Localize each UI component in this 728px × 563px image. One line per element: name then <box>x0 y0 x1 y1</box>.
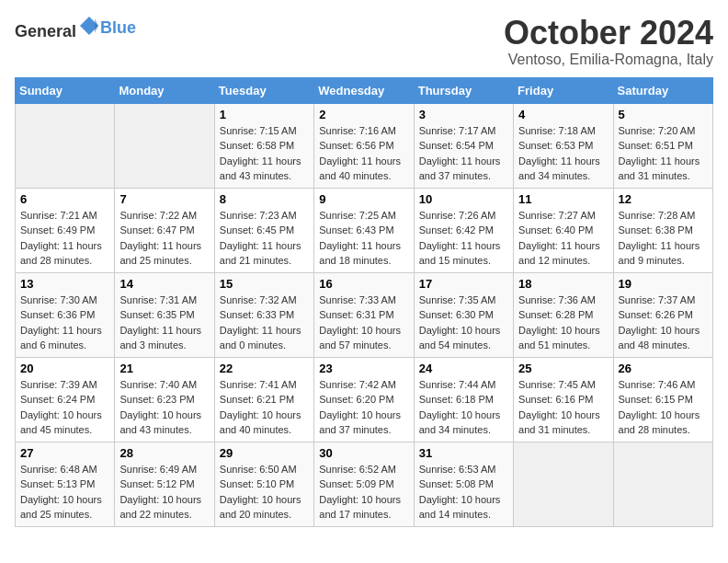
calendar-cell: 15Sunrise: 7:32 AMSunset: 6:33 PMDayligh… <box>214 272 313 357</box>
day-info: Sunrise: 7:39 AMSunset: 6:24 PMDaylight:… <box>20 377 109 438</box>
day-info: Sunrise: 7:40 AMSunset: 6:23 PMDaylight:… <box>119 377 209 438</box>
day-number: 6 <box>20 192 109 206</box>
day-number: 30 <box>319 446 408 460</box>
day-number: 5 <box>619 108 708 121</box>
calendar-cell <box>613 442 712 526</box>
title-block: October 2024 Ventoso, Emilia-Romagna, It… <box>504 15 713 68</box>
calendar-cell: 2Sunrise: 7:16 AMSunset: 6:56 PMDaylight… <box>314 103 414 188</box>
calendar-cell <box>16 103 115 188</box>
day-info: Sunrise: 7:27 AMSunset: 6:40 PMDaylight:… <box>518 208 608 269</box>
logo: General Blue <box>15 15 136 41</box>
calendar-week-4: 27Sunrise: 6:48 AMSunset: 5:13 PMDayligh… <box>16 442 713 526</box>
day-number: 3 <box>419 108 508 121</box>
day-info: Sunrise: 7:32 AMSunset: 6:33 PMDaylight:… <box>220 293 309 353</box>
day-number: 20 <box>20 362 109 375</box>
calendar-cell: 8Sunrise: 7:23 AMSunset: 6:45 PMDaylight… <box>214 188 313 272</box>
day-info: Sunrise: 7:20 AMSunset: 6:51 PMDaylight:… <box>619 123 708 184</box>
calendar-cell: 12Sunrise: 7:28 AMSunset: 6:38 PMDayligh… <box>613 188 712 272</box>
day-number: 15 <box>220 277 309 291</box>
day-number: 28 <box>119 446 209 460</box>
day-number: 29 <box>220 446 309 460</box>
day-info: Sunrise: 7:16 AMSunset: 6:56 PMDaylight:… <box>319 123 408 184</box>
header-wednesday: Wednesday <box>314 77 414 103</box>
day-number: 1 <box>220 108 309 121</box>
calendar-cell: 7Sunrise: 7:22 AMSunset: 6:47 PMDaylight… <box>115 188 214 272</box>
calendar-cell: 31Sunrise: 6:53 AMSunset: 5:08 PMDayligh… <box>414 442 513 526</box>
logo-general-text: General <box>15 22 76 40</box>
day-number: 19 <box>619 277 708 291</box>
day-info: Sunrise: 7:35 AMSunset: 6:30 PMDaylight:… <box>419 293 508 353</box>
calendar-header-row: SundayMondayTuesdayWednesdayThursdayFrid… <box>16 77 713 103</box>
header-monday: Monday <box>115 77 214 103</box>
calendar-table: SundayMondayTuesdayWednesdayThursdayFrid… <box>15 77 713 527</box>
calendar-week-1: 6Sunrise: 7:21 AMSunset: 6:49 PMDaylight… <box>16 188 713 272</box>
calendar-cell: 22Sunrise: 7:41 AMSunset: 6:21 PMDayligh… <box>214 357 313 442</box>
day-info: Sunrise: 6:50 AMSunset: 5:10 PMDaylight:… <box>220 462 309 523</box>
day-info: Sunrise: 6:49 AMSunset: 5:12 PMDaylight:… <box>119 462 209 523</box>
day-number: 12 <box>619 192 708 206</box>
month-title: October 2024 <box>504 15 713 52</box>
day-number: 9 <box>319 192 408 206</box>
day-info: Sunrise: 7:21 AMSunset: 6:49 PMDaylight:… <box>20 208 109 269</box>
day-info: Sunrise: 7:31 AMSunset: 6:35 PMDaylight:… <box>119 293 209 353</box>
calendar-cell <box>514 442 613 526</box>
day-number: 16 <box>319 277 408 291</box>
calendar-cell: 27Sunrise: 6:48 AMSunset: 5:13 PMDayligh… <box>16 442 115 526</box>
day-info: Sunrise: 7:37 AMSunset: 6:26 PMDaylight:… <box>619 293 708 353</box>
day-info: Sunrise: 6:52 AMSunset: 5:09 PMDaylight:… <box>319 462 408 523</box>
day-number: 7 <box>119 192 209 206</box>
calendar-cell: 3Sunrise: 7:17 AMSunset: 6:54 PMDaylight… <box>414 103 513 188</box>
day-number: 22 <box>220 362 309 375</box>
calendar-cell: 25Sunrise: 7:45 AMSunset: 6:16 PMDayligh… <box>514 357 613 442</box>
header-saturday: Saturday <box>613 77 712 103</box>
day-number: 14 <box>119 277 209 291</box>
day-number: 4 <box>518 108 608 121</box>
calendar-cell: 18Sunrise: 7:36 AMSunset: 6:28 PMDayligh… <box>514 272 613 357</box>
calendar-cell: 11Sunrise: 7:27 AMSunset: 6:40 PMDayligh… <box>514 188 613 272</box>
day-number: 21 <box>119 362 209 375</box>
day-info: Sunrise: 7:28 AMSunset: 6:38 PMDaylight:… <box>619 208 708 269</box>
calendar-week-2: 13Sunrise: 7:30 AMSunset: 6:36 PMDayligh… <box>16 272 713 357</box>
day-number: 8 <box>220 192 309 206</box>
day-info: Sunrise: 7:36 AMSunset: 6:28 PMDaylight:… <box>518 293 608 353</box>
day-info: Sunrise: 7:42 AMSunset: 6:20 PMDaylight:… <box>319 377 408 438</box>
day-info: Sunrise: 7:30 AMSunset: 6:36 PMDaylight:… <box>20 293 109 353</box>
calendar-cell: 5Sunrise: 7:20 AMSunset: 6:51 PMDaylight… <box>613 103 712 188</box>
day-info: Sunrise: 7:23 AMSunset: 6:45 PMDaylight:… <box>220 208 309 269</box>
day-number: 25 <box>518 362 608 375</box>
calendar-cell: 29Sunrise: 6:50 AMSunset: 5:10 PMDayligh… <box>214 442 313 526</box>
header-tuesday: Tuesday <box>214 77 313 103</box>
calendar-cell: 26Sunrise: 7:46 AMSunset: 6:15 PMDayligh… <box>613 357 712 442</box>
day-number: 27 <box>20 446 109 460</box>
day-number: 26 <box>619 362 708 375</box>
calendar-cell: 20Sunrise: 7:39 AMSunset: 6:24 PMDayligh… <box>16 357 115 442</box>
header-friday: Friday <box>514 77 613 103</box>
calendar-cell: 6Sunrise: 7:21 AMSunset: 6:49 PMDaylight… <box>16 188 115 272</box>
calendar-cell: 14Sunrise: 7:31 AMSunset: 6:35 PMDayligh… <box>115 272 214 357</box>
calendar-cell: 9Sunrise: 7:25 AMSunset: 6:43 PMDaylight… <box>314 188 414 272</box>
calendar-cell <box>115 103 214 188</box>
location-title: Ventoso, Emilia-Romagna, Italy <box>504 52 713 68</box>
header-sunday: Sunday <box>16 77 115 103</box>
calendar-cell: 24Sunrise: 7:44 AMSunset: 6:18 PMDayligh… <box>414 357 513 442</box>
day-info: Sunrise: 7:15 AMSunset: 6:58 PMDaylight:… <box>220 123 309 184</box>
day-number: 11 <box>518 192 608 206</box>
logo-blue-text: Blue <box>100 18 136 37</box>
calendar-week-0: 1Sunrise: 7:15 AMSunset: 6:58 PMDaylight… <box>16 103 713 188</box>
day-number: 10 <box>419 192 508 206</box>
calendar-cell: 13Sunrise: 7:30 AMSunset: 6:36 PMDayligh… <box>16 272 115 357</box>
day-info: Sunrise: 7:41 AMSunset: 6:21 PMDaylight:… <box>220 377 309 438</box>
calendar-cell: 10Sunrise: 7:26 AMSunset: 6:42 PMDayligh… <box>414 188 513 272</box>
calendar-cell: 1Sunrise: 7:15 AMSunset: 6:58 PMDaylight… <box>214 103 313 188</box>
calendar-cell: 21Sunrise: 7:40 AMSunset: 6:23 PMDayligh… <box>115 357 214 442</box>
header-thursday: Thursday <box>414 77 513 103</box>
day-number: 2 <box>319 108 408 121</box>
day-info: Sunrise: 7:17 AMSunset: 6:54 PMDaylight:… <box>419 123 508 184</box>
day-info: Sunrise: 6:53 AMSunset: 5:08 PMDaylight:… <box>419 462 508 523</box>
day-number: 18 <box>518 277 608 291</box>
calendar-cell: 4Sunrise: 7:18 AMSunset: 6:53 PMDaylight… <box>514 103 613 188</box>
day-info: Sunrise: 7:45 AMSunset: 6:16 PMDaylight:… <box>518 377 608 438</box>
logo-icon <box>78 15 100 37</box>
day-info: Sunrise: 7:44 AMSunset: 6:18 PMDaylight:… <box>419 377 508 438</box>
day-number: 31 <box>419 446 508 460</box>
